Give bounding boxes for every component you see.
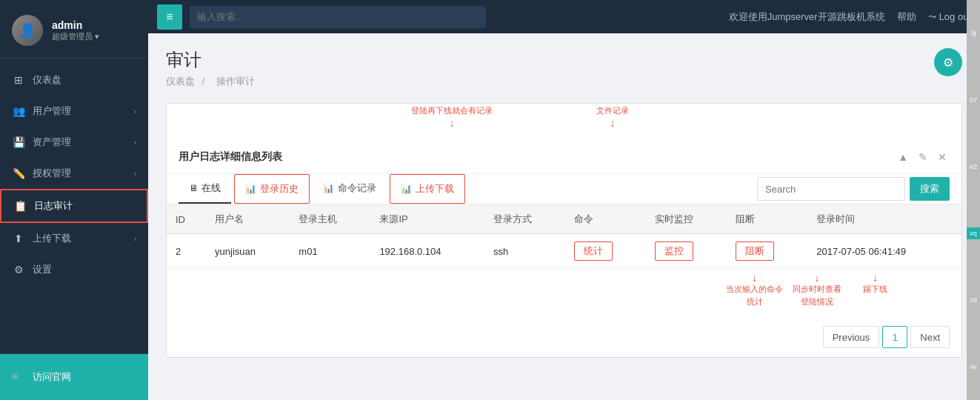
table-head: ID 用户名 登录主机 来源IP 登录方式 命令 实时监控 阻断 登录时间 <box>167 205 961 234</box>
monitor-button[interactable]: 监控 <box>655 241 693 261</box>
col-command: 命令 <box>565 205 646 234</box>
visit-website[interactable]: ≡ 访问官网 <box>12 363 136 391</box>
right-edge-labels: 3j 07 e2 vq zd iw <box>967 0 980 400</box>
current-page: 1 <box>882 326 907 348</box>
sidebar-item-dashboard[interactable]: ⊞ 仪表盘 <box>0 64 148 96</box>
annotation-file-record: 文件记录 ↓ <box>596 105 629 128</box>
welcome-text: 欢迎使用Jumpserver开源跳板机系统 <box>729 10 885 24</box>
footer-label: 访问官网 <box>33 370 71 384</box>
cell-login-method: ssh <box>484 234 565 269</box>
next-button[interactable]: Next <box>910 326 950 348</box>
sidebar-item-upload[interactable]: ⬆ 上传下载 › <box>0 223 148 254</box>
sidebar-header: 👤 admin 超级管理员 ▾ <box>0 0 148 59</box>
cell-block: 阻断 <box>727 234 807 269</box>
sidebar-footer[interactable]: ≡ 访问官网 <box>0 353 148 400</box>
sidebar-nav: ⊞ 仪表盘 👥 用户管理 › 💾 资产管理 › ✏️ 授权管理 › 📋 日志审计… <box>0 59 148 353</box>
card-edit-button[interactable]: ✎ <box>916 150 930 164</box>
avatar-image: 👤 <box>12 15 43 46</box>
hamburger-icon: ≡ <box>166 10 173 24</box>
table-wrapper: ID 用户名 登录主机 来源IP 登录方式 命令 实时监控 阻断 登录时间 <box>167 204 961 317</box>
monitor-icon: 🖥 <box>189 183 198 193</box>
annotation-block: ↓ 踢下线 <box>863 273 887 296</box>
right-label-4: vq <box>967 227 980 239</box>
chevron-right-icon: › <box>134 170 136 178</box>
tab-commands[interactable]: 📊 命令记录 <box>313 174 387 204</box>
card-collapse-button[interactable]: ▲ <box>895 150 911 164</box>
help-link[interactable]: 帮助 <box>897 10 916 24</box>
chart2-icon: 📊 <box>323 183 334 193</box>
chevron-right-icon: › <box>134 139 136 147</box>
sidebar-item-users[interactable]: 👥 用户管理 › <box>0 96 148 127</box>
topbar-right: 欢迎使用Jumpserver开源跳板机系统 帮助 ⤳ Log out <box>729 10 971 24</box>
cell-command: 统计 <box>565 234 646 269</box>
sidebar-item-label: 日志审计 <box>34 199 135 213</box>
data-table: ID 用户名 登录主机 来源IP 登录方式 命令 实时监控 阻断 登录时间 <box>167 204 961 269</box>
col-username: 用户名 <box>206 205 290 234</box>
avatar: 👤 <box>12 15 43 46</box>
sidebar-item-settings[interactable]: ⚙ 设置 <box>0 254 148 285</box>
chart3-icon: 📊 <box>401 184 412 194</box>
menu-toggle-button[interactable]: ≡ <box>157 4 182 30</box>
tab-uploads[interactable]: 📊 上传下载 <box>390 174 465 204</box>
audit-icon: 📋 <box>13 199 27 213</box>
main-card: 登陆再下线就会有记录 ↓ 文件记录 ↓ 用户日志详细信息列表 ▲ ✎ ✕ <box>166 103 962 358</box>
right-label-3: e2 <box>967 161 980 173</box>
card-close-button[interactable]: ✕ <box>935 150 950 164</box>
user-info: admin 超级管理员 ▾ <box>52 19 99 42</box>
pagination: Previous 1 Next <box>167 317 961 357</box>
sidebar-item-assets[interactable]: 💾 资产管理 › <box>0 127 148 158</box>
table-header-row: ID 用户名 登录主机 来源IP 登录方式 命令 实时监控 阻断 登录时间 <box>167 205 961 234</box>
breadcrumb-current: 操作审计 <box>216 76 255 87</box>
logout-button[interactable]: ⤳ Log out <box>928 11 971 22</box>
sidebar-item-permissions[interactable]: ✏️ 授权管理 › <box>0 158 148 189</box>
sidebar-item-label: 资产管理 <box>33 136 134 149</box>
sidebar: 👤 admin 超级管理员 ▾ ⊞ 仪表盘 👥 用户管理 › 💾 资产管理 › … <box>0 0 148 400</box>
annotation-monitor: ↓ 同步时时查看 登陆情况 <box>793 273 841 307</box>
cell-id: 2 <box>167 234 206 269</box>
annotation-command-stats: ↓ 当次输入的命令 统计 <box>726 273 783 307</box>
table-body: 2 yunjisuan m01 192.168.0.104 ssh 统计 监控 <box>167 234 961 269</box>
right-label-2: 07 <box>967 94 980 106</box>
right-label-6: iw <box>967 361 980 373</box>
users-icon: 👥 <box>12 104 25 118</box>
sidebar-item-label: 设置 <box>33 263 136 276</box>
table-row: 2 yunjisuan m01 192.168.0.104 ssh 统计 监控 <box>167 234 961 269</box>
page-content: ⚙ 审计 仪表盘 / 操作审计 登陆再下线就会有记录 ↓ 文件记录 ↓ <box>148 33 980 400</box>
cell-monitor: 监控 <box>646 234 727 269</box>
topbar: ≡ 欢迎使用Jumpserver开源跳板机系统 帮助 ⤳ Log out <box>148 0 980 33</box>
chevron-right-icon: › <box>134 235 136 243</box>
logout-icon: ⤳ <box>928 11 936 22</box>
sidebar-item-label: 用户管理 <box>33 104 134 118</box>
breadcrumb-home[interactable]: 仪表盘 <box>166 76 195 87</box>
gear-button[interactable]: ⚙ <box>934 48 962 76</box>
breadcrumb: 仪表盘 / 操作审计 <box>166 75 962 88</box>
block-button[interactable]: 阻断 <box>736 241 774 261</box>
global-search-input[interactable] <box>190 6 486 28</box>
dashboard-icon: ⊞ <box>12 73 25 87</box>
user-role: 超级管理员 ▾ <box>52 31 99 42</box>
col-source-ip: 来源IP <box>370 205 484 234</box>
sidebar-item-label: 授权管理 <box>33 167 134 180</box>
table-search-input[interactable] <box>757 177 905 201</box>
bottom-annotations: ↓ 当次输入的命令 统计 ↓ 同步时时查看 登陆情况 ↓ 踢下线 <box>167 269 961 317</box>
card-actions: ▲ ✎ ✕ <box>895 150 950 164</box>
right-label-5: zd <box>967 294 980 306</box>
page-title: 审计 <box>166 48 962 72</box>
col-id: ID <box>167 205 206 234</box>
search-button[interactable]: 搜索 <box>910 177 950 201</box>
col-host: 登录主机 <box>290 205 370 234</box>
sidebar-item-label: 上传下载 <box>33 232 134 245</box>
permissions-icon: ✏️ <box>12 167 25 180</box>
cell-source-ip: 192.168.0.104 <box>370 234 484 269</box>
sidebar-item-audit[interactable]: 📋 日志审计 <box>0 189 148 223</box>
col-block: 阻断 <box>727 205 807 234</box>
chevron-right-icon: › <box>134 107 136 116</box>
previous-button[interactable]: Previous <box>823 326 880 348</box>
website-icon: ≡ <box>12 370 25 384</box>
settings-icon: ⚙ <box>12 263 25 276</box>
tab-login-history[interactable]: 📊 登录历史 <box>234 174 310 204</box>
card-header: 用户日志详细信息列表 ▲ ✎ ✕ <box>167 141 961 174</box>
col-login-time: 登录时间 <box>807 205 961 234</box>
tab-online[interactable]: 🖥 在线 <box>179 174 231 204</box>
command-stats-button[interactable]: 统计 <box>574 241 613 261</box>
